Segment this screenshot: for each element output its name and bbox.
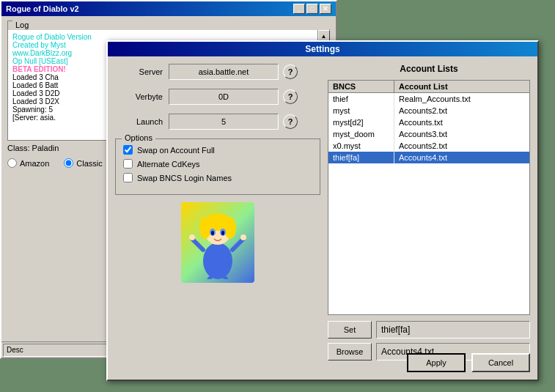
- server-field-row: Server ?: [115, 64, 320, 80]
- server-label: Server: [115, 67, 163, 76]
- checkbox-alternate-cdkeys-input[interactable]: [123, 159, 133, 169]
- verbyte-input[interactable]: [169, 89, 279, 105]
- table-row[interactable]: myst[d2] Accounts.txt: [328, 117, 529, 128]
- svg-point-0: [203, 243, 232, 279]
- table-row[interactable]: thief Realm_Accounts.txt: [328, 93, 529, 105]
- radio-classic-label: Classic: [76, 159, 102, 168]
- options-group-label: Options: [122, 133, 155, 142]
- table-row-selected[interactable]: thief[fa] Accounts4.txt: [328, 152, 529, 163]
- svg-point-4: [224, 217, 236, 239]
- table-cell-account-1: Realm_Accounts.txt: [394, 93, 529, 105]
- settings-dialog: Settings Server ? Verbyte ? Launch ?: [106, 40, 539, 381]
- svg-point-13: [189, 234, 195, 240]
- apply-button[interactable]: Apply: [407, 353, 466, 372]
- settings-body: Server ? Verbyte ? Launch ? Options: [108, 56, 537, 372]
- verbyte-label: Verbyte: [115, 92, 163, 101]
- table-cell-bncs-3: myst[d2]: [328, 117, 394, 128]
- table-cell-account-6: Accounts4.txt: [394, 152, 529, 163]
- account-table: BNCS Account List thief Realm_Accounts.t…: [328, 80, 530, 315]
- table-cell-bncs-2: myst: [328, 105, 394, 117]
- table-cell-account-5: Accounts2.txt: [394, 140, 529, 152]
- radio-amazon[interactable]: Amazon: [7, 158, 49, 168]
- character-image-area: [115, 202, 320, 283]
- table-row[interactable]: x0.myst Accounts2.txt: [328, 140, 529, 152]
- checkbox-swap-bncs-label: Swap BNCS Login Names: [137, 174, 232, 182]
- browse-button[interactable]: Browse: [328, 343, 372, 360]
- svg-line-11: [209, 275, 213, 279]
- table-header: BNCS Account List: [328, 81, 529, 93]
- table-cell-bncs-5: x0.myst: [328, 140, 394, 152]
- maximize-button[interactable]: □: [306, 4, 318, 14]
- svg-line-9: [192, 239, 203, 250]
- minimize-button[interactable]: _: [293, 4, 305, 14]
- table-cell-bncs-6: thief[fa]: [328, 152, 394, 163]
- checkbox-swap-account-label: Swap on Account Full: [137, 146, 215, 155]
- options-group: Options Swap on Account Full Alternate C…: [115, 138, 320, 195]
- svg-point-14: [240, 234, 246, 240]
- set-action-row: Set thief[fa]: [328, 321, 530, 339]
- bg-title: Rogue of Diablo v2: [6, 4, 79, 13]
- table-header-bncs: BNCS: [328, 81, 394, 92]
- checkbox-swap-account[interactable]: Swap on Account Full: [123, 145, 312, 155]
- radio-classic[interactable]: Classic: [64, 158, 102, 168]
- table-cell-account-4: Accounts3.txt: [394, 128, 529, 140]
- account-lists-title: Account Lists: [328, 64, 530, 74]
- radio-amazon-label: Amazon: [20, 159, 49, 168]
- launch-help-button[interactable]: ?: [283, 114, 298, 129]
- svg-point-3: [199, 217, 211, 239]
- table-cell-bncs-1: thief: [328, 93, 394, 105]
- table-row[interactable]: myst_doom Accounts3.txt: [328, 128, 529, 140]
- svg-point-7: [211, 231, 214, 235]
- bg-titlebar-buttons: _ □ ✕: [293, 4, 331, 14]
- server-help-button[interactable]: ?: [283, 64, 298, 79]
- current-bncs-display: thief[fa]: [376, 321, 530, 339]
- checkbox-swap-bncs[interactable]: Swap BNCS Login Names: [123, 173, 312, 182]
- table-cell-bncs-4: myst_doom: [328, 128, 394, 140]
- server-input[interactable]: [169, 64, 279, 80]
- left-panel: Server ? Verbyte ? Launch ? Options: [115, 64, 320, 365]
- right-panel: Account Lists BNCS Account List thief Re…: [328, 64, 530, 365]
- verbyte-help-button[interactable]: ?: [283, 89, 298, 104]
- character-sprite: [181, 202, 254, 283]
- svg-line-10: [232, 239, 243, 250]
- cancel-button[interactable]: Cancel: [471, 353, 530, 372]
- bg-titlebar: Rogue of Diablo v2 _ □ ✕: [1, 1, 336, 16]
- status-text-1: Desc: [7, 346, 23, 354]
- settings-title: Settings: [305, 44, 339, 54]
- checkbox-swap-bncs-input[interactable]: [123, 173, 133, 182]
- checkbox-alternate-cdkeys-label: Alternate CdKeys: [137, 160, 200, 169]
- settings-titlebar: Settings: [108, 42, 537, 56]
- dialog-bottom-buttons: Apply Cancel: [407, 353, 530, 372]
- log-label: Log: [12, 21, 334, 29]
- svg-point-8: [221, 231, 224, 235]
- checkbox-alternate-cdkeys[interactable]: Alternate CdKeys: [123, 159, 312, 169]
- table-header-account-list: Account List: [394, 81, 529, 92]
- radio-classic-input[interactable]: [64, 158, 73, 168]
- radio-amazon-input[interactable]: [7, 158, 17, 168]
- launch-input[interactable]: [169, 114, 279, 130]
- svg-line-12: [223, 275, 227, 279]
- set-button[interactable]: Set: [328, 321, 372, 339]
- close-button[interactable]: ✕: [320, 4, 331, 14]
- checkbox-swap-account-input[interactable]: [123, 145, 133, 155]
- launch-field-row: Launch ?: [115, 114, 320, 130]
- table-row[interactable]: myst Accounts2.txt: [328, 105, 529, 117]
- table-cell-account-2: Accounts2.txt: [394, 105, 529, 117]
- verbyte-field-row: Verbyte ?: [115, 89, 320, 105]
- character-svg: [185, 206, 251, 279]
- launch-label: Launch: [115, 117, 163, 126]
- table-cell-account-3: Accounts.txt: [394, 117, 529, 128]
